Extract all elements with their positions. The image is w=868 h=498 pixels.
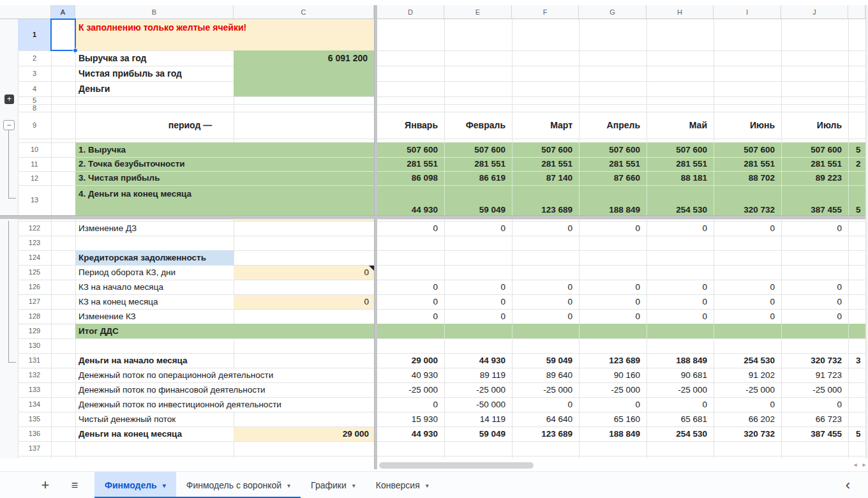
cell-J127[interactable]: 0 bbox=[781, 294, 848, 309]
cell-F11[interactable]: 281 551 bbox=[512, 157, 579, 171]
cell-G133[interactable]: -25 000 bbox=[579, 382, 647, 397]
cell-D122[interactable]: 0 bbox=[377, 221, 444, 236]
cell-H127[interactable]: 0 bbox=[647, 294, 714, 309]
cell-month-Февраль[interactable]: Февраль bbox=[444, 112, 512, 139]
row-header-122[interactable]: 122 bbox=[18, 221, 51, 236]
tab-konversiya[interactable]: Конверсия ▾ bbox=[366, 472, 439, 498]
cell-J13[interactable]: 387 455 bbox=[781, 185, 848, 215]
cell-F126[interactable]: 0 bbox=[512, 280, 579, 294]
cell-I132[interactable]: 91 202 bbox=[714, 368, 781, 382]
cell-I128[interactable]: 0 bbox=[714, 309, 781, 324]
cell-F127[interactable]: 0 bbox=[512, 294, 579, 309]
cell-H134[interactable]: 0 bbox=[647, 397, 714, 412]
cell-E136[interactable]: 59 049 bbox=[444, 426, 512, 441]
corner-gutter-header[interactable] bbox=[0, 5, 18, 19]
row-header-4[interactable]: 4 bbox=[18, 81, 51, 96]
row-header-11[interactable]: 11 bbox=[18, 157, 51, 171]
column-header-E[interactable]: E bbox=[444, 5, 512, 19]
cell-month-Июль[interactable]: Июль bbox=[781, 112, 848, 139]
cell-E128[interactable]: 0 bbox=[444, 309, 512, 324]
cell-F13[interactable]: 123 689 bbox=[512, 185, 579, 215]
cell-month-Май[interactable]: Май bbox=[647, 112, 714, 139]
cell-C127-value[interactable]: 0 bbox=[234, 294, 374, 309]
cell-B11[interactable]: 2. Точка безубыточности bbox=[79, 157, 308, 171]
cell-H13[interactable]: 254 530 bbox=[647, 185, 714, 215]
cell-J11[interactable]: 281 551 bbox=[781, 157, 848, 171]
hscroll-left-arrow-icon[interactable]: ◂ bbox=[851, 458, 859, 471]
cell-B10[interactable]: 1. Выручка bbox=[79, 142, 308, 157]
cell-B136[interactable]: Деньги на конец месяца bbox=[79, 427, 234, 441]
cell-D11[interactable]: 281 551 bbox=[377, 157, 444, 171]
cell-I11[interactable]: 281 551 bbox=[714, 157, 781, 171]
tab-menu-caret-icon[interactable]: ▾ bbox=[426, 482, 429, 489]
cell-J136[interactable]: 387 455 bbox=[781, 426, 848, 441]
row-header-12[interactable]: 12 bbox=[18, 171, 51, 185]
cell-month-Март[interactable]: Март bbox=[512, 112, 579, 139]
cell-D133[interactable]: -25 000 bbox=[377, 382, 444, 397]
row-header-130[interactable]: 130 bbox=[18, 338, 51, 353]
row-header-2[interactable]: 2 bbox=[18, 50, 51, 66]
cell-G132[interactable]: 90 160 bbox=[579, 368, 647, 382]
row-header-129[interactable]: 129 bbox=[18, 324, 51, 338]
cell-B12[interactable]: 3. Чистая прибыль bbox=[79, 171, 308, 185]
cell-J126[interactable]: 0 bbox=[781, 280, 848, 294]
cell-I133[interactable]: -25 000 bbox=[714, 382, 781, 397]
cell-J12[interactable]: 89 223 bbox=[781, 171, 848, 185]
row-header-128[interactable]: 128 bbox=[18, 309, 51, 324]
row-header-137[interactable]: 137 bbox=[18, 441, 51, 456]
cell-H132[interactable]: 90 681 bbox=[647, 368, 714, 382]
cell-K13-clipped[interactable]: 5 bbox=[856, 185, 865, 215]
cell-I122[interactable]: 0 bbox=[714, 221, 781, 236]
cell-F12[interactable]: 87 140 bbox=[512, 171, 579, 185]
tab-finmodel-voronka[interactable]: Финмодель с воронкой ▾ bbox=[176, 472, 301, 498]
cell-G10[interactable]: 507 600 bbox=[579, 142, 647, 157]
all-sheets-button[interactable]: ≡ bbox=[60, 472, 89, 498]
cell-J133[interactable]: -25 000 bbox=[781, 382, 848, 397]
row-header-131[interactable]: 131 bbox=[18, 353, 51, 368]
cell-B3[interactable]: Чистая прибыль за год bbox=[79, 66, 234, 81]
cell-H11[interactable]: 281 551 bbox=[647, 157, 714, 171]
cell-C125-value[interactable]: 0 bbox=[234, 265, 374, 280]
frozen-row-divider[interactable] bbox=[0, 215, 868, 219]
cell-I10[interactable]: 507 600 bbox=[714, 142, 781, 157]
cell-month-Июнь[interactable]: Июнь bbox=[714, 112, 781, 139]
row-header-124[interactable]: 124 bbox=[18, 250, 51, 265]
cell-H10[interactable]: 507 600 bbox=[647, 142, 714, 157]
cell-J122[interactable]: 0 bbox=[781, 221, 848, 236]
row-header-8[interactable]: 8 bbox=[18, 104, 51, 112]
cell-E126[interactable]: 0 bbox=[444, 280, 512, 294]
column-header-F[interactable]: F bbox=[512, 5, 579, 19]
cell-G11[interactable]: 281 551 bbox=[579, 157, 647, 171]
cell-B134[interactable]: Денежный поток по инвестиционной деятель… bbox=[79, 398, 377, 412]
cell-E131[interactable]: 44 930 bbox=[444, 353, 512, 368]
fill-handle[interactable] bbox=[73, 48, 78, 53]
cell-K11-clipped[interactable]: 2 bbox=[856, 157, 865, 171]
cell-H131[interactable]: 188 849 bbox=[647, 353, 714, 368]
cell-E10[interactable]: 507 600 bbox=[444, 142, 512, 157]
cell-D12[interactable]: 86 098 bbox=[377, 171, 444, 185]
cell-B132[interactable]: Денежный поток по операционной деятельно… bbox=[79, 368, 377, 382]
column-header-I[interactable]: I bbox=[714, 5, 781, 19]
column-header-J[interactable]: J bbox=[781, 5, 848, 19]
cell-K10-clipped[interactable]: 5 bbox=[856, 142, 865, 157]
cell-D13[interactable]: 44 930 bbox=[377, 185, 444, 215]
cell-E127[interactable]: 0 bbox=[444, 294, 512, 309]
cell-D134[interactable]: 0 bbox=[377, 397, 444, 412]
tab-finmodel[interactable]: Финмодель ▾ bbox=[94, 472, 176, 498]
row-header-136[interactable]: 136 bbox=[18, 426, 51, 441]
cell-month-Январь[interactable]: Январь bbox=[377, 112, 444, 139]
tab-menu-caret-icon[interactable]: ▾ bbox=[163, 482, 166, 489]
cell-C136-value[interactable]: 29 000 bbox=[234, 426, 374, 441]
cell-E13[interactable]: 59 049 bbox=[444, 185, 512, 215]
cell-F122[interactable]: 0 bbox=[512, 221, 579, 236]
tab-menu-caret-icon[interactable]: ▾ bbox=[352, 482, 355, 489]
cell-H136[interactable]: 254 530 bbox=[647, 426, 714, 441]
row-header-123[interactable]: 123 bbox=[18, 236, 51, 250]
cell-G131[interactable]: 123 689 bbox=[579, 353, 647, 368]
row-header-125[interactable]: 125 bbox=[18, 265, 51, 280]
cell-G136[interactable]: 188 849 bbox=[579, 426, 647, 441]
cell-E135[interactable]: 14 119 bbox=[444, 412, 512, 426]
cell-I134[interactable]: 0 bbox=[714, 397, 781, 412]
cell-J132[interactable]: 91 723 bbox=[781, 368, 848, 382]
row-header-133[interactable]: 133 bbox=[18, 382, 51, 397]
